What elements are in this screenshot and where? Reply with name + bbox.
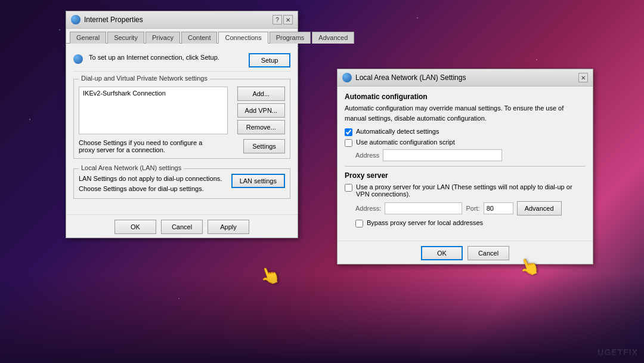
dialup-groupbox: Dial-up and Virtual Private Network sett… — [73, 79, 290, 159]
bottom-buttons: OK Cancel Apply — [66, 214, 298, 238]
auto-script-checkbox-row[interactable]: Use automatic configuration script — [345, 139, 586, 147]
titlebar-controls: ? ✕ — [273, 15, 293, 24]
internet-properties-titlebar[interactable]: Internet Properties ? ✕ — [66, 11, 298, 29]
help-button[interactable]: ? — [273, 15, 282, 24]
proxy-use-label: Use a proxy server for your LAN (These s… — [356, 183, 586, 198]
lan-cancel-button[interactable]: Cancel — [467, 246, 509, 260]
remove-button[interactable]: Remove... — [237, 120, 285, 134]
choose-settings-text: Choose Settings if you need to configure… — [79, 139, 216, 153]
lan-row: LAN Settings do not apply to dial-up con… — [79, 174, 285, 193]
watermark: UGETFIX — [597, 347, 638, 357]
connections-listbox[interactable]: IKEv2-Surfshark Connection — [79, 87, 228, 134]
proxy-port-input[interactable]: 80 — [484, 202, 513, 214]
cancel-button[interactable]: Cancel — [161, 220, 203, 234]
tab-content[interactable]: Content — [181, 32, 218, 44]
apply-button[interactable]: Apply — [208, 220, 249, 234]
add-vpn-button[interactable]: Add VPN... — [237, 103, 285, 118]
cursor-hand-lan: 👆 — [256, 263, 283, 288]
add-button[interactable]: Add... — [237, 87, 285, 101]
lan-ok-button[interactable]: OK — [421, 246, 463, 260]
auto-detect-checkbox-row[interactable]: Automatically detect settings — [345, 128, 586, 136]
ok-button[interactable]: OK — [114, 220, 156, 234]
lan-bottom-buttons: OK Cancel — [338, 241, 593, 264]
tab-security[interactable]: Security — [107, 32, 144, 44]
tab-privacy[interactable]: Privacy — [145, 32, 180, 44]
connection-name: IKEv2-Surfshark Connection — [83, 90, 166, 97]
proxy-addr-label: Address: — [355, 205, 381, 212]
setup-button[interactable]: Setup — [249, 53, 290, 67]
network-section: IKEv2-Surfshark Connection Add... Add VP… — [79, 87, 285, 134]
proxy-addr-row: Address: Port: 80 Advanced — [345, 201, 586, 216]
lan-settings-title: Local Area Network (LAN) Settings — [355, 73, 466, 82]
address-input[interactable] — [383, 149, 502, 161]
lan-close-button[interactable]: ✕ — [578, 73, 588, 82]
tab-general[interactable]: General — [70, 32, 106, 44]
proxy-address-input[interactable] — [385, 202, 462, 214]
right-buttons: Add... Add VPN... Remove... — [237, 87, 285, 134]
lan-groupbox: Local Area Network (LAN) settings LAN Se… — [73, 168, 290, 199]
lan-dialog-icon — [342, 73, 352, 82]
auto-config-heading: Automatic configuration — [345, 93, 586, 101]
internet-properties-content: To set up an Internet connection, click … — [66, 44, 298, 210]
lan-settings-titlebar[interactable]: Local Area Network (LAN) Settings ✕ — [338, 69, 593, 87]
lan-text: LAN Settings do not apply to dial-up con… — [79, 174, 225, 193]
bypass-label: Bypass proxy server for local addresses — [367, 219, 483, 226]
auto-script-label: Use automatic configuration script — [356, 139, 455, 146]
address-row: Address — [345, 149, 586, 161]
auto-detect-checkbox[interactable] — [345, 128, 352, 136]
proxy-heading: Proxy server — [345, 171, 586, 180]
settings-row: Choose Settings if you need to configure… — [79, 139, 285, 153]
auto-script-checkbox[interactable] — [345, 139, 352, 147]
lan-section-label: Local Area Network (LAN) settings — [79, 164, 184, 171]
auto-config-section: Automatic configuration Automatic config… — [345, 93, 586, 161]
proxy-use-checkbox[interactable] — [345, 184, 352, 192]
proxy-use-checkbox-row[interactable]: Use a proxy server for your LAN (These s… — [345, 183, 586, 198]
dialog-icon — [71, 15, 80, 24]
list-item[interactable]: IKEv2-Surfshark Connection — [80, 88, 226, 98]
auto-config-desc: Automatic configuration may override man… — [345, 103, 586, 123]
lan-titlebar-controls: ✕ — [578, 73, 588, 82]
tab-programs[interactable]: Programs — [270, 32, 311, 44]
lan-settings-content: Automatic configuration Automatic config… — [338, 87, 593, 236]
proxy-server-section: Proxy server Use a proxy server for your… — [345, 171, 586, 227]
internet-properties-title: Internet Properties — [84, 16, 143, 24]
dialup-label: Dial-up and Virtual Private Network sett… — [79, 75, 210, 82]
auto-detect-label: Automatically detect settings — [356, 128, 439, 135]
proxy-port-label: Port: — [466, 205, 479, 212]
close-button[interactable]: ✕ — [283, 15, 293, 24]
setup-row: To set up an Internet connection, click … — [73, 50, 290, 72]
settings-button[interactable]: Settings — [243, 139, 285, 153]
setup-text: To set up an Internet connection, click … — [89, 53, 243, 62]
advanced-proxy-button[interactable]: Advanced — [517, 201, 562, 216]
lan-settings-dialog: Local Area Network (LAN) Settings ✕ Auto… — [337, 69, 593, 264]
tab-connections[interactable]: Connections — [218, 32, 268, 44]
bypass-checkbox[interactable] — [355, 220, 363, 227]
setup-icon — [73, 54, 83, 64]
lan-settings-button[interactable]: LAN settings — [231, 174, 285, 188]
bypass-checkbox-row[interactable]: Bypass proxy server for local addresses — [345, 219, 586, 227]
address-label: Address — [355, 152, 379, 159]
tab-bar: General Security Privacy Content Connect… — [66, 29, 298, 44]
internet-properties-dialog: Internet Properties ? ✕ General Security… — [66, 11, 298, 238]
tab-advanced[interactable]: Advanced — [312, 32, 354, 44]
